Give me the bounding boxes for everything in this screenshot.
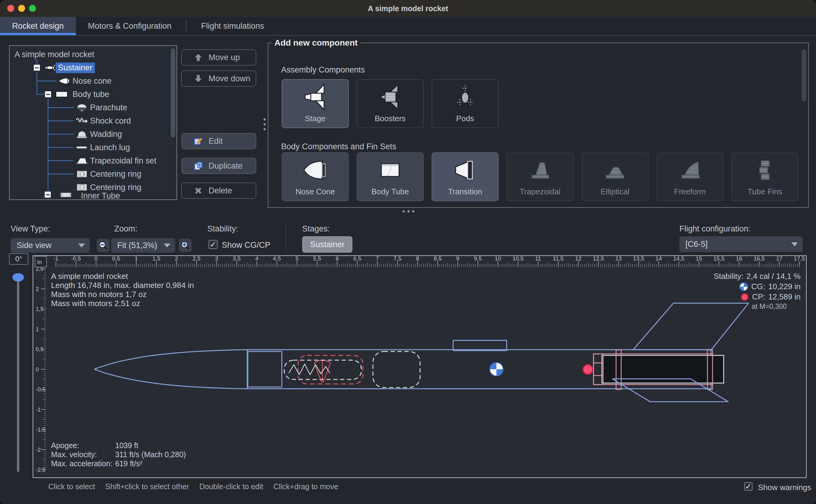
tree-connector [48,160,74,161]
tree-item[interactable]: Launch lug [88,141,132,154]
flight-config-select[interactable]: [C6-5] [679,236,803,252]
svg-text:6: 6 [335,256,339,262]
show-warnings-checkbox[interactable]: ✓ [744,482,753,491]
close-window-button[interactable] [7,5,14,12]
nose-cone-card-icon [299,153,332,187]
expander-sustainer[interactable] [33,64,40,71]
traffic-lights [7,5,36,12]
zoom-window-button[interactable] [29,5,36,12]
svg-text:-0,5: -0,5 [71,256,81,262]
component-card-label: Stage [305,114,325,128]
zoom-select[interactable]: Fit (51,3%) [111,238,175,253]
tree-item-label: Nose cone [70,76,114,86]
tree-item[interactable]: Shock cord [88,114,133,128]
tree-item[interactable]: Parachute [88,101,130,114]
cp-marker [583,365,593,374]
tree-item[interactable]: Centering ring [88,167,144,181]
ruler-unit-label: in [37,259,42,265]
add-pods-button[interactable]: Pods [432,79,499,128]
svg-text:15: 15 [696,256,702,262]
minimize-window-button[interactable] [18,5,25,12]
add-body-tube-button[interactable]: Body Tube [357,152,424,201]
check-icon: ✓ [210,240,216,249]
svg-text:12: 12 [575,256,581,262]
move-down-button[interactable]: Move down [181,70,256,87]
tree-item[interactable]: Nose cone [70,74,114,88]
delete-label: Delete [209,186,232,195]
zoom-in-button[interactable] [179,239,192,252]
svg-text:1: 1 [36,326,39,332]
svg-text:13: 13 [615,256,622,262]
tree-scrollbar[interactable] [171,48,175,137]
tree-item[interactable]: Wadding [88,128,125,141]
tab-motors-configuration[interactable]: Motors & Configuration [76,17,183,35]
app-window: A simple model rocket Rocket designMotor… [0,0,816,504]
expander-inner-tube[interactable] [44,191,51,198]
freeform-card-icon [673,153,707,187]
svg-text:2,5: 2,5 [193,256,200,262]
rotation-slider-track[interactable] [17,278,19,472]
elliptical-card-icon [598,153,632,187]
nose-shoulder-outline[interactable] [248,351,282,387]
svg-text:5,5: 5,5 [313,256,321,262]
zoom-out-button[interactable] [97,239,109,252]
svg-text:1: 1 [135,256,138,262]
shock-cord-outline[interactable] [284,360,361,380]
add-nose-cone-button[interactable]: Nose Cone [282,152,349,201]
wadding-outline[interactable] [373,351,420,387]
stage-toggle-sustainer[interactable]: Sustainer [302,236,352,253]
svg-text:12,5: 12,5 [593,256,604,262]
svg-text:4: 4 [255,256,258,262]
svg-text:16,5: 16,5 [754,256,765,262]
rotation-slider-thumb[interactable] [12,273,24,282]
tree-item[interactable]: Trapezoidal fin set [88,154,159,167]
launch-lug-icon [76,143,88,152]
nose-cone-outline[interactable] [94,350,247,389]
rotation-angle-display: 0° [9,253,28,265]
zoom-out-icon [98,241,108,250]
rocket-icon [44,63,56,72]
chevron-down-icon [164,244,170,247]
tab-rocket-design[interactable]: Rocket design [0,17,76,35]
svg-text:0: 0 [95,256,98,262]
tree-item[interactable]: Sustainer [56,61,95,74]
stability-title: Stability: [714,272,743,281]
svg-text:0,5: 0,5 [112,256,120,262]
rocket-info-block: A simple model rocket Length 16,748 in, … [51,272,194,308]
add-boosters-button[interactable]: Boosters [357,79,424,128]
svg-text:10,5: 10,5 [513,256,524,262]
tab-flight-simulations[interactable]: Flight simulations [189,17,276,35]
show-cgcp-label: Show CG/CP [222,241,270,250]
tree-item-label: A simple model rocket [12,49,97,60]
cp-label: CP: [752,292,765,302]
fin-set-icon [76,156,88,165]
edit-button[interactable]: Edit [181,133,256,149]
pods-icon [448,80,482,114]
view-type-select[interactable]: Side view [11,238,90,253]
move-up-button[interactable]: Move up [181,49,256,66]
tree-connector [48,147,74,148]
add-transition-button[interactable]: Transition [432,152,499,201]
cg-icon [739,282,748,291]
expander-body-tube[interactable] [44,91,52,98]
add-panel-scrollbar[interactable] [801,50,806,102]
rocket-view-canvas[interactable]: -1-0,500,511,522,533,544,555,566,577,588… [33,255,807,478]
launch-lug-outline[interactable] [453,340,507,351]
svg-text:0,5: 0,5 [36,346,44,352]
tree-item-label: Launch lug [88,142,132,153]
delete-button[interactable]: Delete [181,183,256,199]
stability-block: Stability: 2,4 cal / 14,1 % CG: 10,229 i… [714,272,801,311]
flight-stat-label: Apogee: [51,441,115,450]
tree-item-label: Inner Tube [79,191,122,200]
show-cgcp-checkbox[interactable]: ✓ [209,240,218,249]
tree-item-label: Sustainer [56,63,95,73]
panel-splitter-handle[interactable] [264,118,266,130]
stage-icon [299,80,332,114]
tree-item[interactable]: Inner Tube [79,189,122,200]
cg-label: CG: [751,282,765,291]
duplicate-button[interactable]: Duplicate [181,158,256,174]
add-stage-button[interactable]: Stage [282,79,349,128]
tree-item[interactable]: Body tube [70,88,112,101]
tree-item[interactable]: A simple model rocket [12,48,97,61]
horizontal-splitter-handle[interactable] [403,210,414,212]
